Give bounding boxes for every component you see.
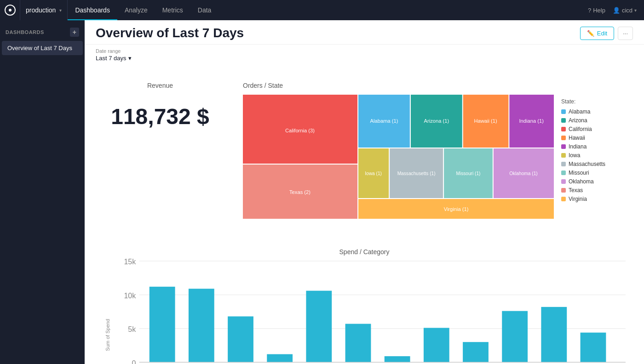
sidebar-item-overview[interactable]: Overview of Last 7 Days: [2, 41, 83, 55]
legend-dot-texas: [561, 188, 566, 193]
svg-text:Alabama (1): Alabama (1): [370, 118, 398, 124]
user-menu[interactable]: 👤 cicd ▾: [613, 7, 637, 14]
legend-dot-virginia: [561, 197, 566, 201]
legend-dot-alabama: [561, 109, 566, 114]
nav-product[interactable]: production ▾: [20, 0, 68, 20]
top-nav: production ▾ Dashboards Analyze Metrics …: [0, 0, 644, 20]
legend-dot-iowa: [561, 153, 566, 158]
svg-text:10k: 10k: [124, 291, 136, 300]
bar-advertising[interactable]: [150, 287, 175, 362]
legend-dot-indiana: [561, 144, 566, 149]
svg-text:5k: 5k: [128, 325, 136, 333]
svg-text:Indiana (1): Indiana (1): [519, 118, 544, 124]
treemap-legend: State: Alabama Arizona Cal: [561, 95, 626, 219]
bar-chart-area: 0 5k 10k 15k Advertising Content: [112, 261, 626, 364]
y-axis-label: Sum of Spend: [103, 261, 112, 364]
treemap-svg: California (3) Texas (2) Alabama (1) Ari…: [243, 95, 554, 219]
treemap-chart: California (3) Texas (2) Alabama (1) Ari…: [243, 95, 554, 219]
orders-state-widget: Orders / State California (3) Texas (2): [236, 74, 633, 226]
bar-email[interactable]: [267, 354, 293, 363]
legend-hawaii: Hawaii: [561, 135, 626, 141]
nav-tab-metrics[interactable]: Metrics: [155, 0, 190, 20]
bar-search[interactable]: [463, 342, 489, 362]
treemap-container: California (3) Texas (2) Alabama (1) Ari…: [243, 95, 626, 219]
user-icon: 👤: [613, 7, 620, 14]
bar-event[interactable]: [306, 291, 332, 363]
svg-text:Massachusetts (1): Massachusetts (1): [397, 171, 436, 176]
svg-text:Texas (2): Texas (2): [289, 189, 310, 195]
bar-direct[interactable]: [228, 316, 253, 362]
svg-text:Iowa (1): Iowa (1): [365, 171, 382, 176]
logo-icon: [5, 5, 16, 16]
edit-button[interactable]: ✏️ Edit: [580, 27, 614, 40]
spend-category-widget: Spend / Category Sum of Spend: [96, 241, 633, 364]
bar-web[interactable]: [581, 333, 606, 363]
revenue-widget: Revenue 118,732 $: [96, 74, 224, 226]
page-title: Overview of Last 7 Days: [96, 26, 244, 40]
bar-mobile[interactable]: [385, 356, 410, 362]
legend-dot-oklahoma: [561, 179, 566, 184]
top-widget-row: Revenue 118,732 $ Orders / State Califor…: [96, 74, 633, 226]
user-chevron-icon: ▾: [634, 8, 637, 13]
bar-telephone[interactable]: [541, 307, 567, 362]
content-area: Overview of Last 7 Days ✏️ Edit ··· Date…: [85, 20, 644, 364]
dashboard-body: Revenue 118,732 $ Orders / State Califor…: [85, 67, 644, 364]
legend-texas: Texas: [561, 187, 626, 193]
date-range-section: Date range Last 7 days ▾: [85, 45, 644, 67]
sidebar-add-button[interactable]: +: [70, 28, 79, 37]
date-range-label: Date range: [96, 48, 633, 54]
page-header: Overview of Last 7 Days ✏️ Edit ···: [85, 20, 644, 45]
legend-dot-hawaii: [561, 136, 566, 140]
date-range-chevron-icon: ▾: [128, 55, 132, 62]
svg-text:Arizona (1): Arizona (1): [424, 118, 449, 124]
legend-dot-massachusetts: [561, 162, 566, 166]
legend-indiana: Indiana: [561, 143, 626, 150]
legend-oklahoma: Oklahoma: [561, 178, 626, 185]
edit-icon: ✏️: [587, 30, 594, 37]
legend-title: State:: [561, 98, 626, 105]
sidebar: DASHBOARDS + Overview of Last 7 Days: [0, 20, 85, 364]
product-chevron-icon: ▾: [59, 8, 62, 13]
legend-dot-california: [561, 127, 566, 131]
legend-arizona: Arizona: [561, 117, 626, 124]
bar-content[interactable]: [189, 289, 214, 362]
nav-tab-dashboards[interactable]: Dashboards: [68, 0, 117, 20]
svg-text:Hawaii (1): Hawaii (1): [474, 118, 497, 124]
legend-dot-missouri: [561, 171, 566, 175]
orders-state-title: Orders / State: [243, 82, 626, 89]
bar-instore[interactable]: [345, 324, 371, 363]
svg-text:Oklahoma (1): Oklahoma (1): [509, 171, 538, 176]
legend-missouri: Missouri: [561, 170, 626, 176]
legend-alabama: Alabama: [561, 108, 626, 115]
product-name: production: [26, 6, 56, 14]
svg-text:Missouri (1): Missouri (1): [456, 171, 480, 176]
sidebar-header: DASHBOARDS +: [0, 24, 85, 40]
page-actions: ✏️ Edit ···: [580, 27, 633, 40]
bar-pr[interactable]: [424, 328, 449, 362]
help-link[interactable]: ? Help: [588, 7, 605, 14]
legend-california: California: [561, 126, 626, 132]
bottom-widget-row: Spend / Category Sum of Spend: [96, 241, 633, 364]
nav-tabs: Dashboards Analyze Metrics Data: [68, 0, 588, 20]
svg-text:California (3): California (3): [285, 128, 315, 133]
bar-chart-svg: 0 5k 10k 15k Advertising Content: [112, 261, 626, 364]
svg-text:0: 0: [132, 359, 136, 364]
legend-dot-arizona: [561, 118, 566, 123]
date-range-selector[interactable]: Last 7 days ▾: [96, 55, 633, 62]
legend-massachusetts: Massachusetts: [561, 161, 626, 167]
nav-tab-data[interactable]: Data: [190, 0, 219, 20]
main-layout: DASHBOARDS + Overview of Last 7 Days Ove…: [0, 20, 644, 364]
bar-social[interactable]: [502, 311, 528, 363]
legend-iowa: Iowa: [561, 152, 626, 159]
svg-text:Virginia (1): Virginia (1): [444, 206, 469, 212]
nav-right: ? Help 👤 cicd ▾: [588, 7, 644, 14]
nav-tab-analyze[interactable]: Analyze: [117, 0, 155, 20]
nav-logo: [0, 0, 20, 20]
legend-virginia: Virginia: [561, 196, 626, 202]
spend-category-title: Spend / Category: [103, 248, 626, 256]
revenue-title: Revenue: [103, 82, 217, 89]
svg-text:15k: 15k: [124, 257, 136, 266]
more-button[interactable]: ···: [618, 27, 633, 40]
help-icon: ?: [588, 7, 591, 14]
revenue-value: 118,732 $: [103, 104, 217, 129]
